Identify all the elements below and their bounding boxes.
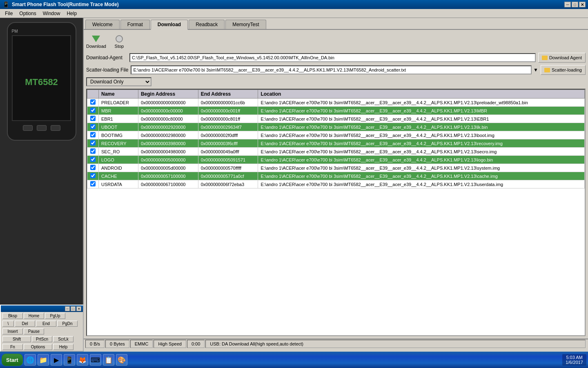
kb-close[interactable]: ✕ [76, 306, 81, 311]
tab-format[interactable]: Format [120, 20, 150, 29]
table-row: PRELOADER0x00000000000000000x00000000000… [87, 99, 585, 107]
row-checkbox[interactable] [90, 148, 96, 154]
row-begin: 0x0000000002980000 [138, 131, 198, 139]
row-checkbox[interactable] [90, 116, 96, 121]
row-checkbox[interactable] [90, 165, 96, 170]
row-checkbox[interactable] [90, 181, 96, 186]
row-end: 0x0000000029634f7 [198, 123, 258, 131]
row-checkbox[interactable] [90, 124, 96, 129]
taskbar-firefox[interactable]: 🦊 [77, 354, 88, 366]
menu-bar: File Options Window Help [0, 9, 588, 18]
tab-memorytest[interactable]: MemoryTest [225, 20, 266, 29]
row-checkbox[interactable] [90, 132, 96, 137]
row-checkbox-cell[interactable] [87, 139, 99, 148]
tab-welcome[interactable]: Welcome [85, 20, 120, 29]
taskbar-docs[interactable]: 📋 [103, 354, 114, 366]
row-checkbox[interactable] [90, 99, 96, 105]
main-layout: PM MT6582 Welcome Format Download Readba… [0, 18, 588, 348]
row-checkbox-cell[interactable] [87, 180, 99, 188]
taskbar: Start 🌐 📁 ▶ 📱 🦊 ⌨ 📋 🎨 5:03 AM 1/6/2017 [0, 352, 588, 368]
kb-minimize[interactable]: ─ [65, 306, 70, 311]
kb-home[interactable]: Home [24, 313, 44, 319]
scatter-loading-button[interactable]: Scatter-loading [541, 65, 586, 75]
row-end: 0x000000002f0dfff [198, 131, 258, 139]
start-button[interactable]: Start [2, 354, 23, 366]
row-checkbox[interactable] [90, 108, 96, 113]
row-name: EBR1 [99, 115, 138, 123]
right-content: Welcome Format Download Readback MemoryT… [84, 18, 588, 348]
stop-button[interactable]: Stop [114, 34, 124, 49]
kb-end[interactable]: End [36, 321, 56, 327]
row-checkbox-cell[interactable] [87, 107, 99, 115]
kb-help[interactable]: Help [53, 344, 74, 350]
row-name: CACHE [99, 172, 138, 180]
row-checkbox-cell[interactable] [87, 99, 99, 107]
kb-options[interactable]: Options [24, 344, 52, 350]
taskbar-ie[interactable]: 🌐 [24, 354, 36, 366]
row-checkbox-cell[interactable] [87, 123, 99, 131]
tab-readback[interactable]: Readback [189, 20, 225, 29]
row-checkbox-cell[interactable] [87, 131, 99, 139]
row-name: USRDATA [99, 180, 138, 188]
close-button[interactable]: ✕ [579, 2, 586, 7]
agent-input[interactable] [129, 53, 536, 62]
minimize-button[interactable]: ─ [564, 2, 571, 7]
row-checkbox[interactable] [90, 140, 96, 146]
kb-pause[interactable]: Pause [24, 328, 44, 334]
table-row: UBOOT0x00000000029200000x0000000029634f7… [87, 123, 585, 131]
app-icon: 📱 [2, 1, 9, 8]
row-end: 0x000000005771a0cf [198, 172, 258, 180]
kb-backslash[interactable]: \ [2, 321, 14, 327]
row-end: 0x000000003f6cfff [198, 139, 258, 148]
scatter-input[interactable] [131, 65, 532, 74]
agent-label: Download-Agent [86, 55, 127, 61]
kb-shift[interactable]: Shift [2, 336, 31, 342]
row-checkbox-cell[interactable] [87, 148, 99, 156]
taskbar-phone[interactable]: 📱 [64, 354, 75, 366]
toolbar-row: Download Stop [86, 32, 586, 50]
row-end: 0x0000000049a0fff [198, 148, 258, 156]
download-icon [91, 34, 101, 44]
kb-insert[interactable]: Insert [2, 328, 23, 334]
menu-help[interactable]: Help [63, 10, 80, 17]
row-name: SEC_RO [99, 148, 138, 156]
kb-pgup[interactable]: PgUp [45, 313, 65, 319]
content-panel: Download Stop Download-Agent Download Ag… [84, 30, 588, 339]
menu-window[interactable]: Window [40, 10, 64, 17]
kb-bksp[interactable]: Bksp [2, 313, 23, 319]
row-end: 0x000000000001cc6b [198, 99, 258, 107]
tab-download[interactable]: Download [151, 20, 188, 30]
kb-fn[interactable]: Fn [2, 344, 23, 350]
download-label: Download [86, 44, 106, 49]
scatter-row: Scatter-loading File ▼ Scatter-loading [86, 65, 586, 75]
download-button[interactable]: Download [86, 34, 106, 49]
row-location: E:\andro 1\ACER\acer e700\e700 bi 3sim\M… [258, 139, 585, 148]
menu-file[interactable]: File [2, 10, 16, 17]
kb-scrlk[interactable]: ScrLk [53, 336, 74, 342]
kb-restore[interactable]: □ [71, 306, 76, 311]
row-checkbox-cell[interactable] [87, 164, 99, 172]
taskbar-folder[interactable]: 📁 [38, 354, 49, 366]
row-location: E:\andro 1\ACER\acer e700\e700 bi 3sim\M… [258, 99, 585, 107]
col-checkbox [87, 90, 99, 99]
kb-del[interactable]: Del [15, 321, 35, 327]
agent-row: Download-Agent Download Agent [86, 53, 586, 63]
row-checkbox-cell[interactable] [87, 156, 99, 164]
taskbar-keyboard[interactable]: ⌨ [90, 354, 101, 366]
col-location: Location [258, 90, 585, 99]
download-agent-button[interactable]: Download Agent [538, 53, 586, 63]
kb-prtscn[interactable]: PrtScn [32, 336, 52, 342]
row-checkbox-cell[interactable] [87, 115, 99, 123]
taskbar-paint[interactable]: 🎨 [116, 354, 127, 366]
kb-pgdn[interactable]: PgDn [57, 321, 78, 327]
row-checkbox-cell[interactable] [87, 172, 99, 180]
download-mode-dropdown[interactable]: Download Only Firmware Upgrade Custom Do… [86, 77, 151, 86]
row-checkbox[interactable] [90, 157, 96, 162]
row-begin: 0x0000000005d00000 [138, 164, 198, 172]
taskbar-media[interactable]: ▶ [51, 354, 62, 366]
kb-row-3: Insert Pause [1, 328, 83, 335]
menu-options[interactable]: Options [16, 10, 39, 17]
row-checkbox[interactable] [90, 173, 96, 178]
restore-button[interactable]: □ [572, 2, 578, 7]
row-name: UBOOT [99, 123, 138, 131]
